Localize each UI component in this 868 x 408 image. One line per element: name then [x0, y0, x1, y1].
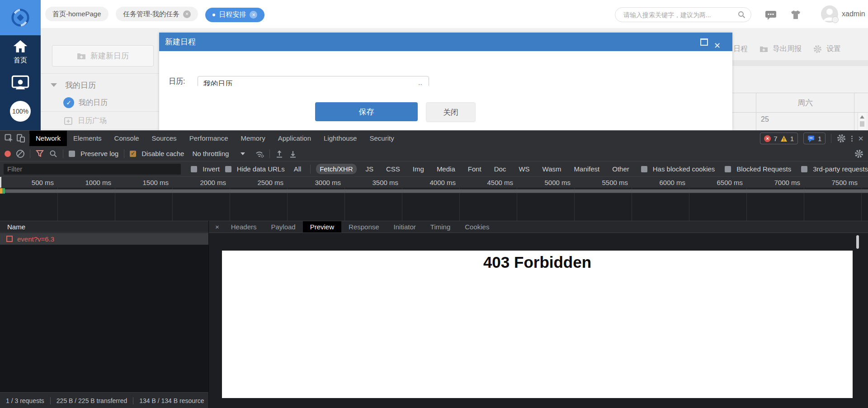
- chevron-down-icon[interactable]: [51, 83, 57, 87]
- filter-type-doc[interactable]: Doc: [491, 164, 510, 174]
- filter-type-font[interactable]: Font: [464, 164, 485, 174]
- search-input[interactable]: [623, 8, 733, 22]
- inspect-icon[interactable]: [5, 134, 14, 143]
- close-details-icon[interactable]: ×: [209, 221, 224, 232]
- preserve-log-checkbox[interactable]: [69, 151, 75, 157]
- calendar-field-value: 我的日历: [203, 80, 232, 86]
- zoom-indicator[interactable]: 100%: [10, 101, 31, 122]
- overview-splitter[interactable]: [0, 189, 868, 193]
- close-icon[interactable]: ×: [250, 11, 257, 19]
- new-calendar-button[interactable]: 新建新日历: [52, 45, 154, 66]
- details-tab-initiator[interactable]: Initiator: [387, 221, 423, 232]
- network-conditions-icon[interactable]: [255, 150, 264, 158]
- breadcrumb-tabs: 首页-homePage 任务管理-我的任务 × 日程安排 ×: [45, 7, 270, 22]
- cancel-button[interactable]: 关闭: [426, 102, 476, 122]
- request-row[interactable]: event?v=6.3: [0, 233, 208, 245]
- filter-type-other[interactable]: Other: [609, 164, 633, 174]
- request-table-header[interactable]: Name: [0, 221, 208, 232]
- disable-cache-checkbox[interactable]: [130, 151, 136, 157]
- nav-item-home[interactable]: 首页: [0, 39, 41, 65]
- tab-my-tasks[interactable]: 任务管理-我的任务 ×: [116, 7, 198, 21]
- messages-badge[interactable]: 1: [803, 133, 826, 144]
- save-button[interactable]: 保存: [315, 102, 418, 121]
- import-har-icon[interactable]: [275, 150, 283, 158]
- filter-type-css[interactable]: CSS: [382, 164, 404, 174]
- maximize-icon[interactable]: [700, 38, 708, 46]
- devtools-tab-lighthouse[interactable]: Lighthouse: [317, 131, 363, 146]
- has-blocked-cookies-checkbox[interactable]: [641, 166, 647, 172]
- filter-type-js[interactable]: JS: [362, 164, 377, 174]
- third-party-checkbox[interactable]: [801, 166, 807, 172]
- calendar-scrollbar[interactable]: [858, 113, 866, 130]
- search-network-icon[interactable]: [49, 150, 57, 158]
- devtools-close-icon[interactable]: ×: [858, 134, 863, 143]
- blocked-requests-label[interactable]: Blocked Requests: [736, 165, 791, 173]
- export-har-icon[interactable]: [289, 150, 297, 158]
- devtools-tab-network[interactable]: Network: [29, 131, 67, 146]
- filter-type-all[interactable]: All: [290, 164, 305, 174]
- filter-input[interactable]: [4, 164, 181, 175]
- search-icon[interactable]: [738, 11, 745, 19]
- export-report-button[interactable]: 导出周报: [773, 44, 802, 54]
- throttling-select[interactable]: No throttling: [192, 150, 229, 157]
- devtools-tab-performance[interactable]: Performance: [183, 131, 235, 146]
- details-tab-preview[interactable]: Preview: [303, 221, 341, 232]
- tree-item-my-calendar[interactable]: ✓ 我的日历: [41, 96, 159, 109]
- tab-homepage[interactable]: 首页-homePage: [45, 7, 108, 21]
- has-blocked-cookies-label[interactable]: Has blocked cookies: [653, 165, 715, 173]
- filter-type-wasm[interactable]: Wasm: [539, 164, 565, 174]
- hide-data-urls-label[interactable]: Hide data URLs: [237, 165, 285, 173]
- close-icon[interactable]: ✕: [714, 37, 721, 55]
- devtools-tab-security[interactable]: Security: [363, 131, 400, 146]
- tree-item-calendar-plaza[interactable]: 日历广场: [41, 114, 159, 128]
- details-tab-timing[interactable]: Timing: [423, 221, 458, 232]
- calendar-select-input[interactable]: 我的日历 ..: [198, 76, 429, 86]
- third-party-label[interactable]: 3rd-party requests: [813, 165, 868, 173]
- chat-icon[interactable]: [765, 10, 777, 20]
- tree-group-my-calendar[interactable]: 我的日历: [41, 77, 159, 93]
- filter-type-media[interactable]: Media: [433, 164, 459, 174]
- filter-type-ws[interactable]: WS: [515, 164, 533, 174]
- issues-badge[interactable]: × 7 1: [760, 133, 798, 144]
- check-circle-icon[interactable]: ✓: [63, 97, 74, 108]
- more-options-icon[interactable]: [851, 136, 853, 142]
- device-toolbar-icon[interactable]: [16, 134, 25, 143]
- tab-schedule[interactable]: 日程安排 ×: [205, 8, 264, 22]
- devtools-tab-application[interactable]: Application: [272, 131, 317, 146]
- details-tab-headers[interactable]: Headers: [224, 221, 264, 232]
- close-icon[interactable]: ×: [183, 10, 191, 18]
- name-column-header[interactable]: Name: [7, 223, 25, 231]
- filter-type-fetch-xhr[interactable]: Fetch/XHR: [316, 164, 356, 174]
- settings-gear-icon[interactable]: [837, 134, 846, 143]
- devtools-tab-memory[interactable]: Memory: [235, 131, 272, 146]
- timeline-ruler: 500 ms 1000 ms 1500 ms 2000 ms 2500 ms 3…: [0, 177, 868, 188]
- theme-shirt-icon[interactable]: [790, 10, 801, 20]
- new-schedule-button[interactable]: 日程: [733, 44, 748, 54]
- details-tab-payload[interactable]: Payload: [264, 221, 302, 232]
- settings-button[interactable]: 设置: [826, 44, 841, 54]
- scroll-up-icon[interactable]: [860, 115, 864, 119]
- dropdown-arrow-icon[interactable]: [241, 152, 245, 155]
- details-tab-response[interactable]: Response: [341, 221, 387, 232]
- details-scrollbar-thumb[interactable]: [856, 235, 859, 249]
- tab-my-tasks-label: 任务管理-我的任务: [123, 10, 179, 19]
- filter-type-manifest[interactable]: Manifest: [571, 164, 604, 174]
- preserve-log-label[interactable]: Preserve log: [80, 150, 118, 157]
- record-icon[interactable]: [5, 151, 11, 157]
- devtools-tab-sources[interactable]: Sources: [146, 131, 183, 146]
- devtools-tab-elements[interactable]: Elements: [67, 131, 108, 146]
- nav-item-contacts[interactable]: [0, 75, 41, 92]
- scrollbar-thumb[interactable]: [860, 121, 864, 127]
- invert-label[interactable]: Invert: [203, 165, 220, 173]
- invert-checkbox[interactable]: [191, 166, 197, 172]
- network-settings-gear-icon[interactable]: [854, 149, 863, 158]
- app-logo[interactable]: [0, 0, 41, 35]
- details-tab-cookies[interactable]: Cookies: [458, 221, 496, 232]
- devtools-tab-console[interactable]: Console: [108, 131, 146, 146]
- filter-type-img[interactable]: Img: [409, 164, 428, 174]
- hide-data-urls-checkbox[interactable]: [225, 166, 231, 172]
- disable-cache-label[interactable]: Disable cache: [142, 150, 184, 157]
- clear-icon[interactable]: [16, 150, 24, 158]
- filter-icon[interactable]: [36, 150, 44, 157]
- blocked-requests-checkbox[interactable]: [725, 166, 731, 172]
